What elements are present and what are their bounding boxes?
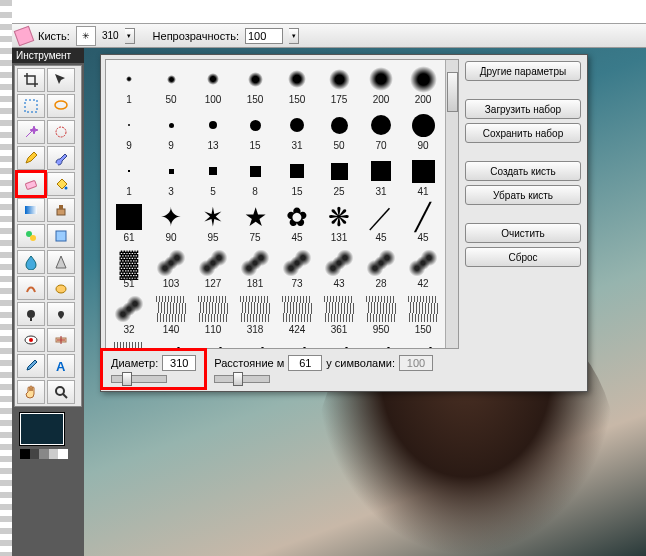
hand-tool[interactable]	[17, 380, 45, 404]
clone-tool[interactable]	[47, 198, 75, 222]
dodge-tool[interactable]	[17, 302, 45, 326]
foreground-swatch[interactable]	[20, 413, 64, 445]
brush-preset[interactable]: 3	[150, 154, 192, 200]
heal-tool[interactable]	[47, 328, 75, 352]
other-params-button[interactable]: Другие параметры	[465, 61, 581, 81]
brush-preset[interactable]: 1041	[192, 338, 234, 349]
brush-preset[interactable]: 175	[318, 62, 360, 108]
brush-preset[interactable]: 25	[318, 154, 360, 200]
brush-preset[interactable]: ★75	[234, 200, 276, 246]
brush-preset[interactable]: 389	[276, 338, 318, 349]
spacing-slider-knob[interactable]	[233, 372, 243, 386]
reset-button[interactable]: Сброс	[465, 247, 581, 267]
sponge-tool[interactable]	[47, 276, 75, 300]
brush-preset[interactable]: 32	[108, 292, 150, 338]
brush-preset[interactable]: 61	[108, 200, 150, 246]
move-tool[interactable]	[47, 68, 75, 92]
pencil-tool[interactable]	[17, 146, 45, 170]
brush-preset[interactable]: 2025	[360, 338, 402, 349]
brush-preset[interactable]: ▓51	[108, 246, 150, 292]
redeye-tool[interactable]	[17, 328, 45, 352]
sharpen-tool[interactable]	[47, 250, 75, 274]
mini-palette[interactable]	[20, 449, 68, 459]
smudge-tool[interactable]	[17, 276, 45, 300]
brush-preset[interactable]: 292	[234, 338, 276, 349]
brush-preset[interactable]: 41	[402, 154, 444, 200]
scrollbar[interactable]	[445, 60, 458, 348]
brush-dropdown[interactable]: ▾	[125, 28, 135, 44]
zoom-tool[interactable]	[47, 380, 75, 404]
brush-preset[interactable]: ✦90	[150, 200, 192, 246]
bucket-tool[interactable]	[47, 172, 75, 196]
brush-preset[interactable]: ✶95	[192, 200, 234, 246]
brush-preset[interactable]: 110	[192, 292, 234, 338]
gradient-tool[interactable]	[17, 198, 45, 222]
load-set-button[interactable]: Загрузить набор	[465, 99, 581, 119]
brush-preset[interactable]: 73	[276, 246, 318, 292]
brush-preset[interactable]: 8	[234, 154, 276, 200]
brush-preset[interactable]: ╱45	[402, 200, 444, 246]
brush-preset[interactable]: 200	[360, 62, 402, 108]
opacity-input[interactable]	[245, 28, 283, 44]
brush-preset[interactable]: 50	[318, 108, 360, 154]
brush-preset[interactable]: 1588	[402, 338, 444, 349]
opacity-dropdown[interactable]: ▾	[289, 28, 299, 44]
shape-tool[interactable]	[47, 224, 75, 248]
brush-preset[interactable]: 100	[192, 62, 234, 108]
brush-preset[interactable]: 1	[108, 62, 150, 108]
brush-preset[interactable]: 200	[402, 62, 444, 108]
brush-preset[interactable]: 15	[276, 154, 318, 200]
brush-preset[interactable]: 103	[150, 246, 192, 292]
brush-preset[interactable]: 50	[150, 62, 192, 108]
brush-preset[interactable]: 150	[276, 62, 318, 108]
brush-preset[interactable]: 150	[234, 62, 276, 108]
marquee-tool[interactable]	[17, 94, 45, 118]
brush-preset[interactable]: 28	[360, 246, 402, 292]
brush-preset[interactable]: 43	[318, 246, 360, 292]
diameter-slider-knob[interactable]	[122, 372, 132, 386]
replace-color-tool[interactable]	[17, 224, 45, 248]
brush-preset[interactable]: 9	[108, 108, 150, 154]
remove-brush-button[interactable]: Убрать кисть	[465, 185, 581, 205]
diameter-input[interactable]	[162, 355, 196, 371]
spacing-input[interactable]	[288, 355, 322, 371]
type-tool[interactable]: A	[47, 354, 75, 378]
brush-preset[interactable]: 150	[402, 292, 444, 338]
brush-preset[interactable]: 461	[318, 338, 360, 349]
brush-preview[interactable]: ✳	[76, 26, 96, 46]
lasso-tool[interactable]	[47, 94, 75, 118]
clear-button[interactable]: Очистить	[465, 223, 581, 243]
brush-preset[interactable]: 127	[192, 246, 234, 292]
brush-preset[interactable]: 318	[234, 292, 276, 338]
brush-preset[interactable]: 90	[402, 108, 444, 154]
brush-preset[interactable]: 424	[276, 292, 318, 338]
brush-preset[interactable]: 9	[150, 108, 192, 154]
brush-preset[interactable]: 15	[234, 108, 276, 154]
diameter-slider[interactable]	[111, 375, 167, 383]
brush-preset[interactable]: 70	[360, 108, 402, 154]
scrollbar-thumb[interactable]	[447, 72, 458, 112]
brush-preset[interactable]: 1	[108, 154, 150, 200]
brush-preset[interactable]: 5	[192, 154, 234, 200]
create-brush-button[interactable]: Создать кисть	[465, 161, 581, 181]
brush-preset[interactable]: 181	[234, 246, 276, 292]
burn-tool[interactable]	[47, 302, 75, 326]
brush-preset[interactable]: 13	[192, 108, 234, 154]
brush-preset[interactable]: ✿45	[276, 200, 318, 246]
brush-preset[interactable]: 31	[360, 154, 402, 200]
crop-tool[interactable]	[17, 68, 45, 92]
wand-tool[interactable]	[17, 120, 45, 144]
eraser-tool[interactable]	[17, 172, 45, 196]
brush-tool[interactable]	[47, 146, 75, 170]
spacing-slider[interactable]	[214, 375, 270, 383]
brush-preset[interactable]: 1070	[150, 338, 192, 349]
brush-preset[interactable]: ❋131	[318, 200, 360, 246]
brush-preset[interactable]: 140	[150, 292, 192, 338]
brush-preset[interactable]: 42	[402, 246, 444, 292]
brush-preset[interactable]: ／45	[360, 200, 402, 246]
save-set-button[interactable]: Сохранить набор	[465, 123, 581, 143]
eyedropper-tool[interactable]	[17, 354, 45, 378]
brush-preset[interactable]: 31	[276, 108, 318, 154]
brush-preset[interactable]: 1280	[108, 338, 150, 349]
brush-preset[interactable]: 361	[318, 292, 360, 338]
